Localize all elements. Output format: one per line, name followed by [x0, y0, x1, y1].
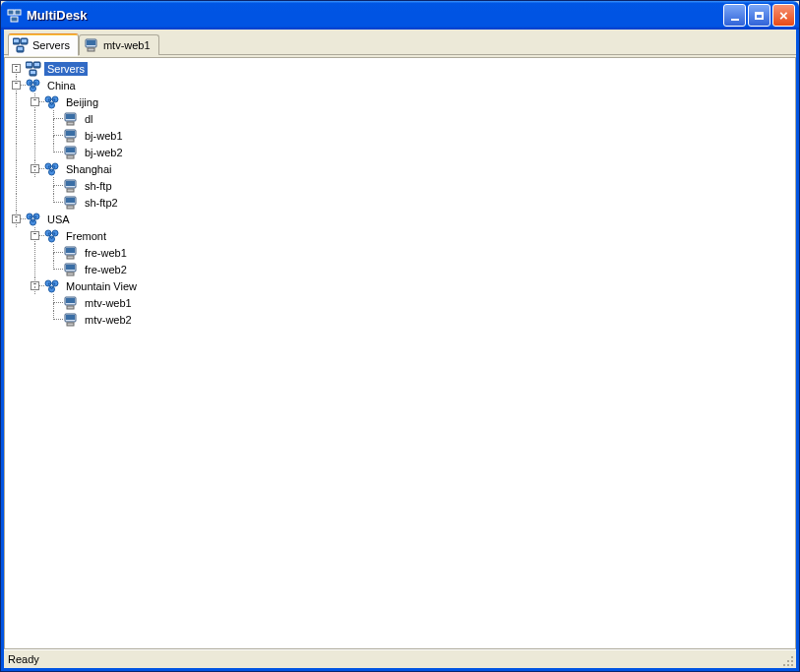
- tree-item-sh-ftp[interactable]: sh-ftp: [7, 177, 795, 194]
- tree-group-shanghai[interactable]: Shanghai: [7, 160, 795, 177]
- group-icon: [44, 228, 60, 244]
- tree-item-bj-web2[interactable]: bj-web2: [7, 144, 795, 160]
- server-icon: [63, 145, 79, 160]
- tree-group-fremont[interactable]: Fremont: [7, 227, 795, 244]
- tree-group-beijing[interactable]: Beijing: [7, 93, 795, 110]
- tree-label[interactable]: Shanghai: [63, 162, 115, 176]
- tree-item-bj-web1[interactable]: bj-web1: [7, 127, 795, 144]
- server-icon: [63, 195, 79, 211]
- tab-servers[interactable]: Servers: [8, 33, 79, 56]
- tree-group-usa[interactable]: USA: [7, 211, 795, 227]
- expand-toggle[interactable]: [31, 231, 39, 240]
- app-window: MultiDesk Serversmtv-web1 ServersChinaBe…: [0, 0, 800, 672]
- resize-grip-icon[interactable]: [781, 654, 794, 667]
- svg-rect-2: [11, 17, 18, 22]
- tree-label[interactable]: sh-ftp2: [82, 196, 121, 210]
- group-icon: [26, 78, 41, 93]
- group-icon: [44, 161, 60, 177]
- tree-label[interactable]: bj-web2: [82, 146, 126, 159]
- tree-label[interactable]: mtv-web1: [82, 296, 135, 310]
- server-icon: [63, 111, 79, 127]
- tree-item-fre-web2[interactable]: fre-web2: [7, 261, 795, 277]
- client-area: Serversmtv-web1 ServersChinaBeijingdlbj-…: [1, 30, 799, 671]
- minimize-button[interactable]: [723, 4, 746, 27]
- app-icon: [7, 8, 23, 24]
- group-icon: [44, 94, 60, 110]
- expand-toggle[interactable]: [31, 97, 39, 106]
- tab-label: mtv-web1: [103, 39, 151, 51]
- tree-label[interactable]: USA: [44, 213, 73, 226]
- tree-label[interactable]: Servers: [44, 62, 88, 76]
- titlebar[interactable]: MultiDesk: [1, 1, 799, 30]
- servers-icon: [26, 61, 41, 77]
- tab-strip: Serversmtv-web1: [4, 30, 796, 55]
- tab-label: Servers: [32, 39, 70, 51]
- tree-item-mtv-web2[interactable]: mtv-web2: [7, 311, 795, 328]
- tree-label[interactable]: China: [44, 79, 79, 92]
- tree-item-mtv-web1[interactable]: mtv-web1: [7, 294, 795, 311]
- tree-label[interactable]: bj-web1: [82, 129, 126, 143]
- group-icon: [44, 278, 60, 294]
- window-title: MultiDesk: [27, 8, 721, 23]
- server-icon: [63, 128, 79, 144]
- status-text: Ready: [8, 653, 39, 665]
- tree-label[interactable]: sh-ftp: [82, 179, 115, 193]
- server-icon: [63, 262, 79, 277]
- tree-label[interactable]: Beijing: [63, 95, 101, 109]
- tree-label[interactable]: dl: [82, 112, 96, 126]
- close-button[interactable]: [772, 4, 795, 27]
- server-icon: [63, 295, 79, 311]
- tree-label[interactable]: Mountain View: [63, 279, 140, 293]
- expand-toggle[interactable]: [12, 81, 21, 90]
- tree-label[interactable]: fre-web1: [82, 246, 130, 260]
- svg-rect-1: [15, 10, 21, 15]
- statusbar: Ready: [4, 649, 796, 668]
- group-icon: [26, 212, 41, 227]
- maximize-button[interactable]: [748, 4, 770, 27]
- tree-item-sh-ftp2[interactable]: sh-ftp2: [7, 194, 795, 211]
- svg-rect-0: [8, 10, 14, 15]
- tree-group-mountain-view[interactable]: Mountain View: [7, 277, 795, 294]
- tree-label[interactable]: Fremont: [63, 229, 109, 243]
- tab-mtv-web1[interactable]: mtv-web1: [79, 34, 159, 55]
- tree-group-servers[interactable]: Servers: [7, 60, 795, 77]
- tree-panel[interactable]: ServersChinaBeijingdlbj-web1bj-web2Shang…: [4, 57, 796, 649]
- tree-label[interactable]: mtv-web2: [82, 313, 135, 327]
- server-icon: [63, 178, 79, 194]
- tree-group-china[interactable]: China: [7, 77, 795, 93]
- server-icon: [63, 245, 79, 261]
- tree-item-fre-web1[interactable]: fre-web1: [7, 244, 795, 261]
- server-icon: [84, 37, 99, 53]
- server-icon: [63, 312, 79, 328]
- servers-icon: [13, 37, 29, 53]
- tree-label[interactable]: fre-web2: [82, 263, 130, 276]
- tree-item-dl[interactable]: dl: [7, 110, 795, 127]
